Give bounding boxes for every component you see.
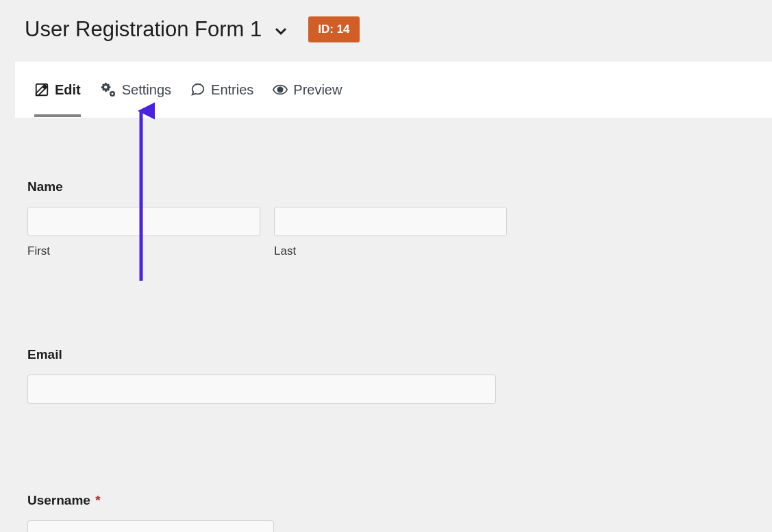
chevron-down-icon [273, 23, 289, 39]
field-username: Username * [27, 493, 745, 532]
field-name: Name First Last [27, 179, 745, 258]
last-name-column: Last [274, 207, 507, 258]
tab-label: Settings [122, 82, 171, 98]
svg-point-3 [279, 88, 283, 92]
tab-label: Preview [293, 82, 342, 98]
first-name-input[interactable] [27, 207, 260, 236]
username-label-text: Username [27, 493, 90, 507]
gear-icon [100, 81, 116, 98]
edit-icon [34, 82, 49, 97]
form-switcher-dropdown[interactable] [273, 23, 289, 39]
required-asterisk: * [95, 493, 100, 507]
first-name-sublabel: First [27, 244, 260, 258]
tab-edit[interactable]: Edit [34, 82, 81, 98]
last-name-sublabel: Last [274, 244, 507, 258]
first-name-column: First [27, 207, 260, 258]
username-input[interactable] [27, 520, 274, 532]
page-header: User Registration Form 1 ID: 14 [0, 0, 772, 62]
field-label-email: Email [27, 347, 745, 362]
field-label-username: Username * [27, 493, 745, 508]
tab-label: Entries [211, 82, 253, 98]
field-email: Email [27, 347, 745, 404]
last-name-input[interactable] [274, 207, 507, 236]
form-toolbar: Edit Settings Entries Preview [15, 62, 772, 118]
email-input[interactable] [27, 375, 496, 404]
tab-label: Edit [55, 82, 81, 98]
field-label-name: Name [27, 179, 745, 194]
form-title: User Registration Form 1 [25, 17, 262, 42]
tab-entries[interactable]: Entries [190, 82, 253, 98]
tab-settings[interactable]: Settings [100, 81, 171, 98]
tab-preview[interactable]: Preview [273, 82, 342, 98]
comment-icon [190, 82, 206, 97]
eye-icon [273, 82, 288, 97]
form-id-badge: ID: 14 [308, 16, 359, 42]
name-row: First Last [27, 207, 745, 258]
form-preview-area: Name First Last Email Username * [0, 118, 772, 532]
svg-point-2 [111, 93, 113, 95]
